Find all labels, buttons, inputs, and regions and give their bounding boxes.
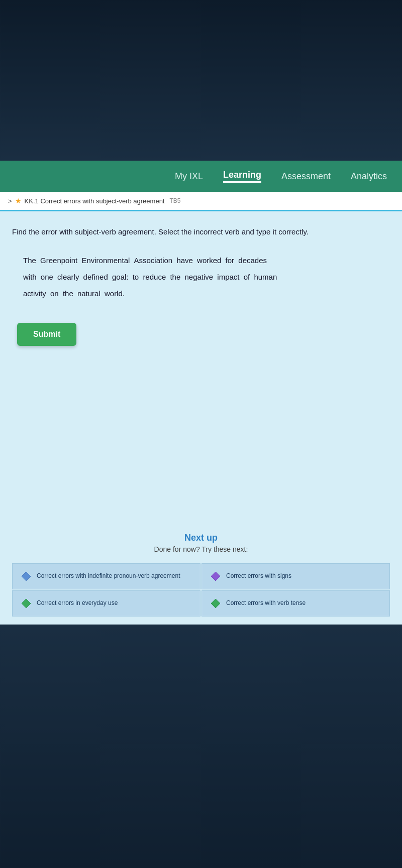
- next-up-card-1[interactable]: Correct errors with indefinite pronoun-v…: [12, 563, 200, 589]
- submit-button[interactable]: Submit: [17, 323, 76, 346]
- word-for[interactable]: for: [225, 256, 236, 265]
- breadcrumb: > ★ KK.1 Correct errors with subject-ver…: [0, 192, 402, 211]
- svg-marker-1: [211, 572, 220, 581]
- svg-marker-0: [22, 572, 31, 581]
- diamond-icon-3: [21, 598, 32, 609]
- next-up-card-2[interactable]: Correct errors with signs: [202, 563, 390, 589]
- diamond-icon-2: [210, 571, 221, 582]
- word-association[interactable]: Association: [133, 256, 173, 265]
- breadcrumb-code: TB5: [169, 197, 180, 204]
- word-goal[interactable]: goal:: [111, 272, 130, 282]
- svg-marker-3: [211, 599, 220, 608]
- word-worked[interactable]: worked: [196, 256, 222, 265]
- word-natural[interactable]: natural: [76, 289, 102, 298]
- word-the2[interactable]: the: [169, 272, 181, 282]
- nav-assessment[interactable]: Assessment: [281, 171, 331, 182]
- word-reduce[interactable]: reduce: [142, 272, 167, 282]
- word-environmental[interactable]: Environmental: [80, 256, 131, 265]
- word-the[interactable]: The: [22, 256, 37, 265]
- passage-line-3[interactable]: activity on the natural world.: [22, 285, 390, 302]
- card-label-2: Correct errors with signs: [226, 572, 291, 580]
- navbar: My IXL Learning Assessment Analytics: [0, 161, 402, 192]
- word-to[interactable]: to: [132, 272, 140, 282]
- next-up-card-3[interactable]: Correct errors in everyday use: [12, 590, 200, 616]
- nav-analytics[interactable]: Analytics: [351, 171, 387, 182]
- breadcrumb-arrow: >: [8, 197, 12, 205]
- nav-learning[interactable]: Learning: [223, 170, 261, 183]
- main-content: Find the error with subject-verb agreeme…: [0, 211, 402, 513]
- passage-line-2[interactable]: with one clearly defined goal: to reduce…: [22, 269, 390, 285]
- breadcrumb-title: KK.1 Correct errors with subject-verb ag…: [25, 197, 165, 205]
- next-up-title: Next up: [12, 533, 390, 543]
- word-human[interactable]: human: [253, 272, 278, 282]
- passage-container: The Greenpoint Environmental Association…: [22, 252, 390, 302]
- word-with[interactable]: with: [22, 272, 38, 282]
- word-greenpoint[interactable]: Greenpoint: [39, 256, 78, 265]
- word-have[interactable]: have: [175, 256, 194, 265]
- card-label-4: Correct errors with verb tense: [226, 599, 306, 607]
- card-label-1: Correct errors with indefinite pronoun-v…: [37, 572, 180, 580]
- svg-marker-2: [22, 599, 31, 608]
- diamond-icon-1: [21, 571, 32, 582]
- word-activity[interactable]: activity: [22, 289, 47, 298]
- word-world[interactable]: world.: [104, 289, 126, 298]
- word-decades[interactable]: decades: [237, 256, 268, 265]
- bottom-dark-area: [0, 625, 402, 868]
- breadcrumb-star: ★: [15, 197, 22, 205]
- diamond-icon-4: [210, 598, 221, 609]
- word-impact[interactable]: impact: [216, 272, 240, 282]
- card-label-3: Correct errors in everyday use: [37, 599, 118, 607]
- word-the3[interactable]: the: [62, 289, 74, 298]
- passage-line-1[interactable]: The Greenpoint Environmental Association…: [22, 252, 390, 269]
- word-clearly[interactable]: clearly: [56, 272, 80, 282]
- cards-grid: Correct errors with indefinite pronoun-v…: [12, 563, 390, 616]
- word-defined[interactable]: defined: [82, 272, 109, 282]
- instruction-text: Find the error with subject-verb agreeme…: [12, 226, 390, 238]
- nav-my-ixl[interactable]: My IXL: [175, 171, 203, 182]
- next-up-card-4[interactable]: Correct errors with verb tense: [202, 590, 390, 616]
- word-one[interactable]: one: [40, 272, 54, 282]
- next-up-section: Next up Done for now? Try these next: Co…: [0, 513, 402, 625]
- word-of[interactable]: of: [243, 272, 251, 282]
- word-negative[interactable]: negative: [183, 272, 214, 282]
- word-on[interactable]: on: [49, 289, 60, 298]
- next-up-subtitle: Done for now? Try these next:: [12, 545, 390, 553]
- top-dark-area: [0, 0, 402, 161]
